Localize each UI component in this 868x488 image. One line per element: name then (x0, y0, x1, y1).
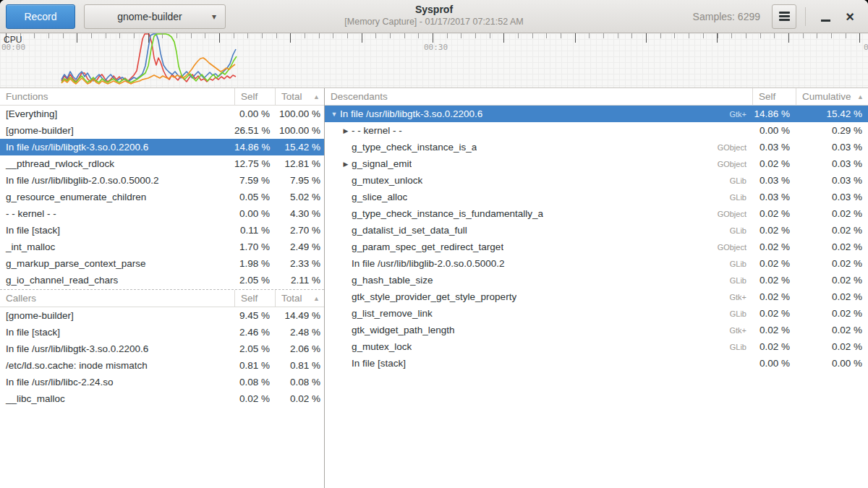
descendant-name-cell: In file [stack] (325, 358, 752, 369)
function-row[interactable]: g_markup_parse_context_parse1.98 %2.33 % (0, 255, 324, 272)
descendants-table-header: Descendants Self Cumulative ▲ (325, 88, 868, 106)
function-name: [gnome-builder] (0, 125, 234, 136)
caller-row[interactable]: In file [stack]2.46 %2.48 % (0, 324, 324, 341)
callers-column-header[interactable]: Callers (0, 293, 234, 304)
functions-panel: Functions Self Total ▲ [Everything]0.00 … (0, 88, 324, 288)
descendant-self-value: 0.02 % (752, 258, 796, 269)
function-row[interactable]: [gnome-builder]26.51 %100.00 % (0, 122, 324, 139)
library-badge: GLib (723, 193, 752, 202)
functions-column-header[interactable]: Functions (0, 91, 234, 102)
caller-row[interactable]: In file /usr/lib/libc-2.24.so0.08 %0.08 … (0, 374, 324, 390)
caller-total-value: 14.49 % (275, 310, 324, 321)
caller-self-value: 9.45 % (234, 310, 275, 321)
descendant-row[interactable]: gtk_style_provider_get_style_propertyGtk… (325, 288, 868, 305)
library-badge: GLib (723, 276, 752, 285)
function-name: g_io_channel_read_chars (0, 275, 234, 286)
expander-closed-icon[interactable]: ▶ (340, 127, 352, 134)
caller-total-value: 2.48 % (275, 327, 324, 338)
caller-name: In file /usr/lib/libc-2.24.so (0, 377, 234, 388)
self-column-header[interactable]: Self (234, 290, 275, 307)
descendant-row[interactable]: g_mutex_unlockGLib0.03 %0.03 % (325, 172, 868, 189)
descendant-cumulative-value: 0.00 % (796, 358, 868, 369)
total-column-header[interactable]: Total ▲ (275, 290, 324, 307)
function-row[interactable]: In file /usr/lib/libglib-2.0.so.0.5000.2… (0, 172, 324, 189)
descendant-row[interactable]: g_mutex_lockGLib0.02 %0.02 % (325, 338, 868, 355)
descendant-name-cell: g_type_check_instance_is_fundamentally_a… (325, 208, 752, 219)
descendant-cumulative-value: 0.02 % (796, 275, 868, 286)
caller-name: /etc/ld.so.cache: inode mismatch (0, 360, 234, 371)
function-name: In file /usr/lib/libgtk-3.so.0.2200.6 (0, 142, 234, 153)
function-row[interactable]: g_io_channel_read_chars2.05 %2.11 % (0, 272, 324, 288)
descendant-self-value: 0.03 % (752, 142, 796, 153)
function-row[interactable]: _int_malloc1.70 %2.49 % (0, 239, 324, 255)
descendant-row[interactable]: g_type_check_instance_is_aGObject0.03 %0… (325, 139, 868, 155)
cumulative-column-header[interactable]: Cumulative ▲ (796, 88, 868, 105)
descendant-row[interactable]: ▶g_signal_emitGObject0.02 %0.03 % (325, 155, 868, 172)
descendant-row[interactable]: In file [stack]0.00 %0.00 % (325, 355, 868, 372)
descendant-row[interactable]: ▼In file /usr/lib/libgtk-3.so.0.2200.6Gt… (325, 106, 868, 122)
function-name: In file /usr/lib/libglib-2.0.so.0.5000.2 (0, 175, 234, 186)
function-total-value: 7.95 % (275, 175, 324, 186)
library-badge: GLib (723, 309, 752, 318)
descendant-self-value: 0.02 % (752, 291, 796, 302)
descendant-row[interactable]: g_list_remove_linkGLib0.02 %0.02 % (325, 305, 868, 322)
descendant-row[interactable]: g_type_check_instance_is_fundamentally_a… (325, 205, 868, 222)
caller-row[interactable]: In file /usr/lib/libgtk-3.so.0.2200.62.0… (0, 341, 324, 357)
library-badge: GObject (710, 160, 752, 168)
sort-ascending-icon: ▲ (307, 93, 320, 100)
descendant-name: g_param_spec_get_redirect_target (352, 241, 503, 252)
caller-row[interactable]: [gnome-builder]9.45 %14.49 % (0, 307, 324, 324)
function-row[interactable]: [Everything]0.00 %100.00 % (0, 106, 324, 122)
descendant-self-value: 0.02 % (752, 158, 796, 169)
descendant-name-cell: gtk_style_provider_get_style_propertyGtk… (325, 291, 752, 302)
function-row[interactable]: - - kernel - -0.00 %4.30 % (0, 205, 324, 222)
descendant-row[interactable]: gtk_widget_path_lengthGtk+0.02 %0.02 % (325, 322, 868, 338)
function-self-value: 0.00 % (234, 208, 275, 219)
function-name: - - kernel - - (0, 208, 234, 219)
descendants-column-header[interactable]: Descendants (325, 91, 752, 102)
total-column-header[interactable]: Total ▲ (275, 88, 324, 105)
function-row[interactable]: In file /usr/lib/libgtk-3.so.0.2200.614.… (0, 139, 324, 155)
descendant-row[interactable]: g_slice_allocGLib0.03 %0.03 % (325, 189, 868, 205)
main-content: Functions Self Total ▲ [Everything]0.00 … (0, 88, 868, 488)
function-self-value: 0.05 % (234, 192, 275, 202)
function-row[interactable]: g_resource_enumerate_children0.05 %5.02 … (0, 189, 324, 205)
descendant-name: g_hash_table_size (352, 275, 433, 286)
descendant-name-cell: ▶g_signal_emitGObject (325, 158, 752, 169)
function-total-value: 2.70 % (275, 225, 324, 236)
descendant-self-value: 0.02 % (752, 225, 796, 236)
descendant-name: g_type_check_instance_is_fundamentally_a (352, 208, 543, 219)
self-column-header[interactable]: Self (752, 88, 796, 105)
record-button[interactable]: Record (6, 4, 75, 29)
descendant-name: - - kernel - - (352, 125, 402, 136)
expander-open-icon[interactable]: ▼ (328, 111, 340, 118)
expander-closed-icon[interactable]: ▶ (340, 160, 352, 168)
descendant-name: g_mutex_lock (352, 341, 412, 352)
time-tick-label: 01:00 (864, 43, 868, 52)
function-row[interactable]: In file [stack]0.11 %2.70 % (0, 222, 324, 239)
function-name: g_resource_enumerate_children (0, 192, 234, 202)
minimize-button[interactable] (813, 4, 838, 29)
function-row[interactable]: __pthread_rwlock_rdlock12.75 %12.81 % (0, 155, 324, 172)
descendant-name-cell: ▶- - kernel - - (325, 125, 752, 136)
descendant-row[interactable]: g_datalist_id_set_data_fullGLib0.02 %0.0… (325, 222, 868, 239)
descendant-row[interactable]: In file /usr/lib/libglib-2.0.so.0.5000.2… (325, 255, 868, 272)
descendant-row[interactable]: g_param_spec_get_redirect_targetGObject0… (325, 239, 868, 255)
hamburger-menu-icon (779, 15, 790, 17)
descendant-row[interactable]: ▶- - kernel - -0.00 %0.29 % (325, 122, 868, 139)
descendant-cumulative-value: 0.02 % (796, 208, 868, 219)
close-button[interactable]: × (838, 4, 862, 29)
descendant-row[interactable]: g_hash_table_sizeGLib0.02 %0.02 % (325, 272, 868, 288)
descendant-cumulative-value: 0.29 % (796, 125, 868, 136)
function-self-value: 12.75 % (234, 158, 275, 169)
cpu-timeline-graph[interactable]: CPU 00:0000:3001:00 (0, 33, 868, 88)
caller-row[interactable]: __libc_malloc0.02 %0.02 % (0, 390, 324, 407)
hamburger-menu-button[interactable] (772, 4, 796, 29)
function-self-value: 7.59 % (234, 175, 275, 186)
process-selector-dropdown[interactable]: gnome-builder ▾ (84, 4, 226, 29)
self-column-header[interactable]: Self (234, 88, 275, 105)
library-badge: Gtk+ (722, 110, 752, 119)
descendant-cumulative-value: 0.02 % (796, 258, 868, 269)
caller-row[interactable]: /etc/ld.so.cache: inode mismatch0.81 %0.… (0, 357, 324, 374)
function-self-value: 1.70 % (234, 241, 275, 252)
